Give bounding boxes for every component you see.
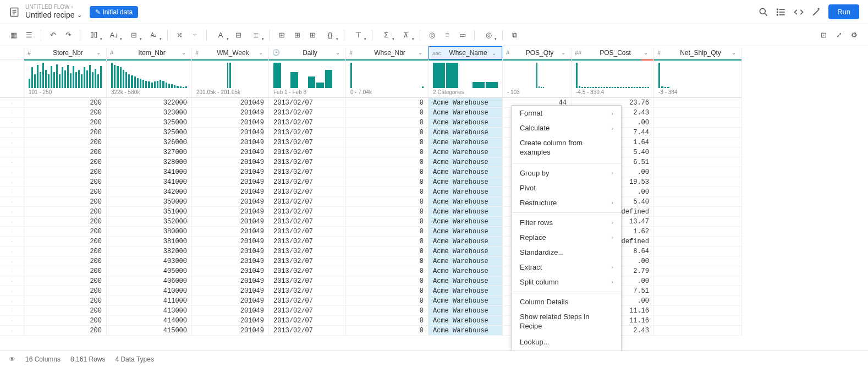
cell[interactable]: 201049 xyxy=(192,227,268,237)
code-icon[interactable] xyxy=(793,7,804,18)
cell[interactable]: 0 xyxy=(346,118,428,128)
cell[interactable] xyxy=(654,266,741,276)
cell[interactable]: 0 xyxy=(346,128,428,138)
cell[interactable]: 2013/02/07 xyxy=(269,276,345,286)
menu-filter-rows[interactable]: Filter rows› xyxy=(512,215,621,230)
row-handle[interactable] xyxy=(0,207,24,217)
cell[interactable]: 325000 xyxy=(107,118,191,128)
column-header[interactable]: #Net_Ship_Qty⌄ xyxy=(654,46,741,59)
column-header[interactable]: #POS_Qty⌄ xyxy=(503,46,571,59)
cell[interactable]: 0 xyxy=(346,227,428,237)
align-icon[interactable]: ⊟ xyxy=(231,28,245,42)
row-handle[interactable] xyxy=(0,227,24,237)
cell[interactable]: Acme Warehouse xyxy=(428,187,502,197)
format-icon[interactable]: ≣ xyxy=(246,28,265,42)
cell[interactable] xyxy=(654,147,741,157)
cell[interactable]: Acme Warehouse xyxy=(428,247,502,256)
cell[interactable]: 201049 xyxy=(192,147,268,157)
chevron-down-icon[interactable]: ⌄ xyxy=(561,50,568,56)
redo-icon[interactable]: ↷ xyxy=(61,28,75,42)
cell[interactable]: 200 xyxy=(24,247,106,256)
cell[interactable]: 0 xyxy=(346,316,428,326)
menu-pivot[interactable]: Pivot xyxy=(512,180,621,195)
cell[interactable]: 200 xyxy=(24,316,106,326)
cell[interactable]: 200 xyxy=(24,227,106,237)
cell[interactable]: 0 xyxy=(346,237,428,247)
row-handle[interactable] xyxy=(0,256,24,266)
column-header[interactable]: ABCWhse_Name⌄ xyxy=(428,46,502,59)
histogram[interactable] xyxy=(572,61,653,88)
calc3-icon[interactable]: ⊞ xyxy=(305,28,320,42)
cell[interactable]: 201049 xyxy=(192,256,268,266)
split-icon[interactable]: ⫟ xyxy=(188,28,202,42)
cell[interactable]: Acme Warehouse xyxy=(428,147,502,157)
cell[interactable]: 200 xyxy=(24,167,106,177)
cell[interactable] xyxy=(654,177,741,187)
cell[interactable]: 0 xyxy=(346,296,428,306)
cell[interactable]: 0 xyxy=(346,326,428,336)
column-header[interactable]: #Store_Nbr⌄ xyxy=(24,46,106,59)
row-handle[interactable] xyxy=(0,197,24,207)
cell[interactable] xyxy=(654,286,741,296)
cell[interactable]: 2013/02/07 xyxy=(269,237,345,247)
cell[interactable]: 200 xyxy=(24,98,106,108)
cell[interactable] xyxy=(654,237,741,247)
cell[interactable]: 200 xyxy=(24,187,106,197)
row-handle[interactable] xyxy=(0,217,24,227)
row-handle[interactable] xyxy=(0,138,24,147)
cell[interactable]: Acme Warehouse xyxy=(428,286,502,296)
cell[interactable]: 2013/02/07 xyxy=(269,157,345,167)
chevron-down-icon[interactable]: ⌄ xyxy=(644,50,650,56)
cell[interactable] xyxy=(654,167,741,177)
cell[interactable]: 2013/02/07 xyxy=(269,118,345,128)
row-handle[interactable] xyxy=(0,177,24,187)
filter2-icon[interactable]: ⊤ xyxy=(349,28,367,42)
histogram[interactable] xyxy=(107,61,191,88)
cell[interactable]: 0 xyxy=(346,247,428,256)
row-handle[interactable] xyxy=(0,316,24,326)
cell[interactable]: Acme Warehouse xyxy=(428,217,502,227)
breadcrumb[interactable]: UNTITLED FLOW › Untitled recipe⌄ xyxy=(25,4,82,20)
cell[interactable]: 2013/02/07 xyxy=(269,187,345,197)
cell[interactable]: 2013/02/07 xyxy=(269,197,345,207)
menu-extract[interactable]: Extract› xyxy=(512,260,621,275)
row-handle[interactable] xyxy=(0,326,24,336)
cell[interactable]: 200 xyxy=(24,128,106,138)
cell[interactable]: 2013/02/07 xyxy=(269,326,345,336)
cell[interactable]: 413000 xyxy=(107,306,191,316)
wand-icon[interactable] xyxy=(811,7,822,18)
cell[interactable]: 0 xyxy=(346,276,428,286)
cell[interactable]: 0 xyxy=(346,138,428,147)
column-header[interactable]: #Whse_Nbr⌄ xyxy=(346,46,428,59)
cell[interactable]: 200 xyxy=(24,138,106,147)
filter-icon[interactable]: ⊟ xyxy=(124,28,143,42)
cell[interactable]: 2013/02/07 xyxy=(269,296,345,306)
chevron-down-icon[interactable]: ⌄ xyxy=(732,50,738,56)
cell[interactable]: Acme Warehouse xyxy=(428,276,502,286)
cell[interactable]: 2013/02/07 xyxy=(269,286,345,296)
comment-icon[interactable]: ▭ xyxy=(455,28,470,42)
chevron-down-icon[interactable]: ⌄ xyxy=(418,50,425,56)
chevron-down-icon[interactable]: ⌄ xyxy=(96,50,103,56)
row-handle[interactable] xyxy=(0,306,24,316)
braces-icon[interactable]: {} xyxy=(321,28,339,42)
cell[interactable]: 380000 xyxy=(107,227,191,237)
cell[interactable]: 382000 xyxy=(107,247,191,256)
histogram[interactable] xyxy=(24,61,106,88)
cell[interactable]: 201049 xyxy=(192,237,268,247)
cell[interactable]: 2013/02/07 xyxy=(269,247,345,256)
cell[interactable]: 0 xyxy=(346,217,428,227)
chevron-down-icon[interactable]: ⌄ xyxy=(259,50,265,56)
cell[interactable]: 200 xyxy=(24,326,106,336)
histogram[interactable] xyxy=(654,61,741,88)
cell[interactable] xyxy=(654,227,741,237)
cell[interactable]: 201049 xyxy=(192,316,268,326)
cell[interactable]: 0 xyxy=(346,98,428,108)
cell[interactable]: 200 xyxy=(24,237,106,247)
row-handle[interactable] xyxy=(0,296,24,306)
grid-view-icon[interactable]: ▦ xyxy=(7,28,21,42)
cell[interactable]: 201049 xyxy=(192,266,268,276)
cell[interactable]: Acme Warehouse xyxy=(428,197,502,207)
cell[interactable]: 0 xyxy=(346,266,428,276)
cell[interactable]: Acme Warehouse xyxy=(428,256,502,266)
